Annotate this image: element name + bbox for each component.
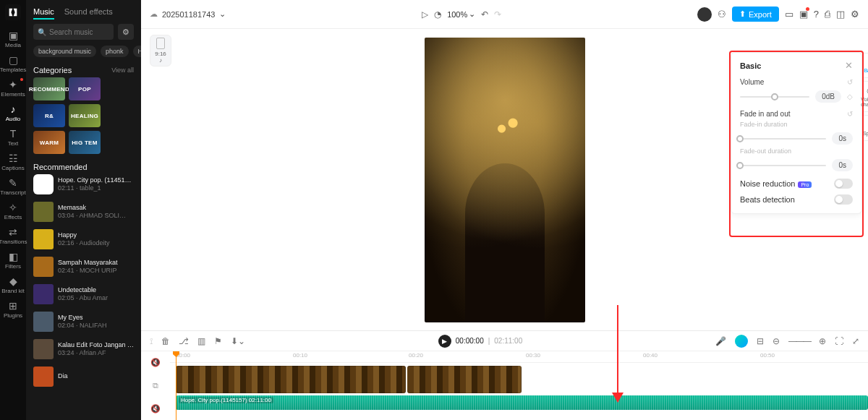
nav-plugins[interactable]: ⊞Plugins: [0, 298, 26, 321]
export-button[interactable]: ⬆Export: [732, 7, 779, 22]
fade-out-slider[interactable]: [740, 165, 826, 166]
tab-music[interactable]: Music: [33, 7, 54, 20]
zoom-dropdown[interactable]: 100%⌄: [447, 9, 475, 19]
nav-audio[interactable]: ♪Audio: [0, 101, 26, 124]
fade-in-value[interactable]: 0s: [832, 132, 853, 145]
track-item[interactable]: Happy02:16 · Audiodeity: [33, 229, 134, 249]
category-grid: RECOMMEND POP R& HEALING WARM HIG TEM: [26, 77, 141, 160]
chevron-down-icon: ⌄: [469, 9, 475, 19]
track-item[interactable]: Sampah Masyarakat02:41 · MOCH URIP: [33, 257, 134, 277]
ai-button[interactable]: [735, 335, 748, 348]
category-tile[interactable]: R&: [33, 104, 65, 127]
fade-in-slider[interactable]: [740, 138, 826, 140]
zoom-out-icon[interactable]: ⊖: [773, 336, 780, 346]
nav-filters[interactable]: ◧Filters: [0, 249, 26, 272]
tab-sound-effects[interactable]: Sound effects: [64, 7, 113, 20]
fullscreen-icon[interactable]: ⤢: [852, 336, 859, 346]
reset-icon[interactable]: ↺: [847, 78, 853, 86]
delete-icon[interactable]: 🗑: [161, 336, 170, 346]
screen-icon[interactable]: ▭: [785, 9, 793, 20]
track-thumb: [33, 339, 54, 359]
track-item[interactable]: Undetectable02:05 · Abu Amar: [33, 284, 134, 304]
nav-templates[interactable]: ▢Templates: [0, 52, 26, 75]
zoom-in-icon[interactable]: ⊕: [819, 336, 826, 346]
zoom-slider-icon[interactable]: ———: [788, 336, 810, 346]
nav-text[interactable]: TText: [0, 126, 26, 149]
download-icon[interactable]: ⬇⌄: [231, 336, 245, 346]
reset-icon[interactable]: ↺: [847, 110, 853, 118]
play-button[interactable]: ▶: [438, 335, 451, 348]
playhead[interactable]: [176, 351, 176, 420]
timer-icon[interactable]: ◔: [434, 9, 441, 20]
time-ruler[interactable]: 00:00 00:10 00:20 00:30 00:40 00:50: [170, 351, 868, 363]
print-icon[interactable]: ⎙: [825, 9, 830, 20]
video-clip[interactable]: [176, 366, 406, 393]
volume-value[interactable]: 0dB: [815, 90, 841, 103]
track-item[interactable]: Hope. City pop. (1145157)02:11 · table_1: [33, 174, 134, 194]
nav-brand-kit[interactable]: ◆Brand kit: [0, 273, 26, 296]
project-name-dropdown[interactable]: ☁ 202501181743 ⌄: [150, 9, 226, 19]
nav-captions[interactable]: ☷Captions: [0, 150, 26, 173]
play-outline-icon[interactable]: ▷: [422, 9, 428, 20]
app-logo[interactable]: [5, 4, 21, 20]
fade-out-value[interactable]: 0s: [832, 159, 853, 171]
beats-toggle[interactable]: [834, 194, 853, 205]
crop-icon[interactable]: ▥: [197, 336, 205, 346]
chip[interactable]: background music: [33, 46, 96, 57]
nav-transcript[interactable]: ✎Transcript: [0, 175, 26, 198]
keyframe-icon[interactable]: ◇: [847, 93, 853, 100]
mic-icon[interactable]: 🎤: [715, 336, 726, 346]
redo-button[interactable]: ↷: [494, 9, 501, 20]
tab-speed[interactable]: ⊙Speed: [861, 115, 868, 141]
tab-basic[interactable]: ♪Basic: [861, 53, 868, 78]
category-tile[interactable]: HEALING: [69, 104, 101, 127]
tab-voice-changer[interactable]: ◎Voice changer: [861, 81, 868, 112]
audio-track-mute[interactable]: 🔇: [141, 397, 170, 420]
split-screen-icon[interactable]: ⊟: [757, 336, 764, 346]
category-tile[interactable]: WARM: [33, 131, 65, 154]
view-all-link[interactable]: View all: [111, 67, 134, 74]
layout-icon[interactable]: ◫: [836, 9, 845, 20]
track-item[interactable]: Memasak03:04 · AHMAD SOLI…: [33, 202, 134, 222]
split-icon[interactable]: ⎇: [179, 336, 189, 346]
link-icon[interactable]: ⧉: [141, 374, 170, 398]
user-avatar[interactable]: [697, 7, 712, 22]
left-sidebar: ▣Media ▢Templates ✦Elements ♪Audio TText…: [0, 0, 26, 420]
noise-toggle[interactable]: [834, 179, 853, 189]
volume-slider[interactable]: [740, 96, 809, 98]
captions-icon: ☷: [9, 153, 18, 163]
undo-button[interactable]: ↶: [481, 9, 488, 20]
category-tile[interactable]: RECOMMEND: [33, 77, 65, 100]
help-icon[interactable]: ?: [814, 9, 819, 20]
audio-properties-panel: ♪Basic ◎Voice changer ⊙Speed Basic✕ Volu…: [731, 52, 862, 214]
nav-elements[interactable]: ✦Elements: [0, 77, 26, 100]
panel-title: Basic: [740, 61, 761, 70]
nav-effects[interactable]: ✧Effects: [0, 200, 26, 223]
topbar: ☁ 202501181743 ⌄ ▷ ◔ 100%⌄ ↶ ↷ ⚇ ⬆Export…: [141, 0, 868, 29]
category-tile[interactable]: HIG TEM: [69, 131, 101, 154]
track-item[interactable]: Dia: [33, 367, 134, 387]
search-input[interactable]: 🔍Search music: [33, 24, 114, 40]
filter-button[interactable]: ⚙: [118, 24, 134, 40]
track-item[interactable]: Kalau Edit Foto Jangan Terlalu…03:24 · A…: [33, 339, 134, 359]
audio-clip[interactable]: Hope. City pop.(1145157) 02:11:00: [176, 395, 868, 410]
notify-icon[interactable]: ▣: [799, 9, 808, 20]
add-user-icon[interactable]: ⚇: [718, 9, 726, 20]
settings-icon[interactable]: ⚙: [851, 9, 859, 20]
fit-icon[interactable]: ⛶: [835, 336, 843, 346]
flag-icon[interactable]: ⚑: [214, 336, 222, 346]
chip[interactable]: phonk: [101, 46, 129, 57]
category-tile[interactable]: POP: [69, 77, 101, 100]
aspect-ratio-chip[interactable]: 9:16 ♪: [150, 35, 171, 67]
timeline-tracks[interactable]: 00:00 00:10 00:20 00:30 00:40 00:50 Hope…: [170, 351, 868, 420]
nav-media[interactable]: ▣Media: [0, 27, 26, 51]
video-clip[interactable]: [407, 366, 522, 393]
close-button[interactable]: ✕: [845, 60, 853, 71]
fade-out-label: Fade-out duration: [740, 147, 853, 155]
video-track-mute[interactable]: 🔇: [141, 351, 170, 374]
track-thumb: [33, 367, 54, 387]
cursor-tool-icon[interactable]: ⟟: [150, 336, 153, 346]
nav-transitions[interactable]: ⇄Transitions: [0, 224, 26, 247]
chip[interactable]: Hap: [133, 46, 141, 57]
track-item[interactable]: My Eyes02:04 · NALIFAH: [33, 312, 134, 332]
